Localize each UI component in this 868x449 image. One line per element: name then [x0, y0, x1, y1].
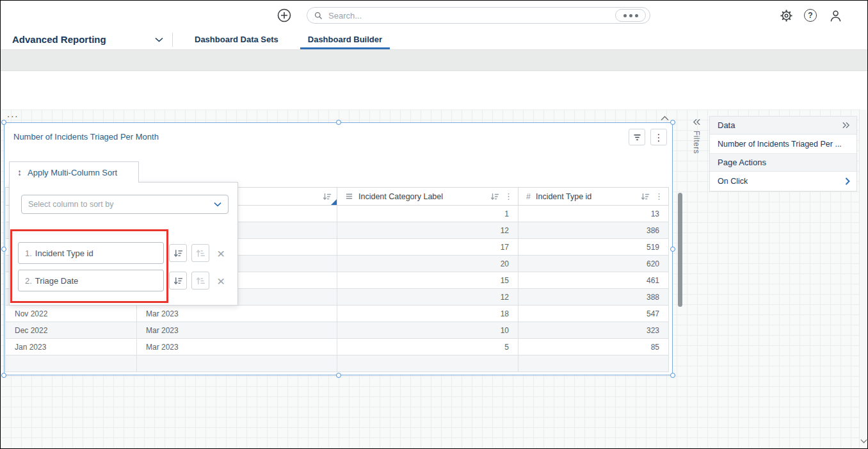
filter-lines-icon	[632, 133, 642, 142]
resize-handle[interactable]	[1, 373, 6, 378]
table-row	[6, 355, 669, 372]
tab-dashboard-data-sets[interactable]: Dashboard Data Sets	[187, 29, 286, 49]
right-sidebar-panel: Data Number of Incidents Triaged Per ...…	[709, 116, 857, 192]
cell-month	[6, 355, 137, 372]
resize-handle[interactable]	[670, 373, 675, 378]
plus-circle-icon	[277, 8, 292, 23]
on-click-item[interactable]: On Click	[710, 172, 856, 191]
resize-handle[interactable]	[1, 120, 6, 125]
cell-type-id: 386	[518, 222, 669, 239]
sort-entry-field[interactable]: 2. Triage Date	[18, 270, 164, 291]
window-scrollbar[interactable]	[859, 110, 867, 448]
resize-handle[interactable]	[336, 120, 341, 125]
column-label: Incident Category Label	[358, 192, 443, 201]
scroll-down-arrow[interactable]	[860, 434, 867, 446]
widget-title: Number of Incidents Triaged Per Month	[13, 132, 159, 142]
cell-category: 12	[337, 222, 518, 239]
resize-handle[interactable]	[336, 373, 341, 378]
add-new-button[interactable]	[277, 8, 292, 23]
dot-icon	[635, 14, 638, 17]
chevron-down-icon	[860, 439, 867, 443]
resize-handle[interactable]	[670, 120, 675, 125]
user-menu-button[interactable]	[828, 8, 843, 23]
sort-entry-field[interactable]: 1. Incident Type id	[18, 242, 164, 264]
data-item-number-of-incidents[interactable]: Number of Incidents Triaged Per ...	[710, 135, 856, 154]
cell-category: 20	[337, 256, 518, 272]
cell-type-id: 519	[518, 239, 669, 256]
data-item-label: Number of Incidents Triaged Per ...	[718, 140, 842, 149]
tab-dashboard-builder[interactable]: Dashboard Builder	[300, 29, 390, 49]
sort-descending-button[interactable]	[191, 244, 209, 262]
cell-category: 10	[337, 322, 518, 339]
sort-tab-title: Apply Multi-Column Sort	[28, 168, 117, 177]
cell-month: Jan 2023	[6, 339, 137, 355]
chevron-down-icon	[155, 37, 163, 42]
column-header-incident-category-label[interactable]: Incident Category Label ⋮	[337, 188, 518, 206]
column-label: Incident Type id	[536, 192, 591, 201]
search-input[interactable]	[328, 11, 615, 20]
more-options-pill[interactable]	[615, 9, 646, 22]
cell-category: 1	[337, 206, 518, 222]
table-row: Nov 2022Mar 202318547	[6, 306, 669, 322]
filters-label: Filters	[692, 131, 701, 154]
sort-entry-row: 1. Incident Type id ×	[18, 242, 225, 264]
remove-sort-button[interactable]: ×	[217, 247, 225, 260]
chevron-up-icon	[661, 116, 669, 121]
sort-ascending-button[interactable]	[169, 244, 187, 262]
search-bar[interactable]	[307, 7, 650, 24]
cell-type-id: 85	[518, 339, 669, 355]
sort-descending-button[interactable]	[191, 272, 209, 290]
cell-category: 18	[337, 306, 518, 322]
canvas-drag-handle[interactable]: ...	[7, 108, 19, 119]
column-menu-icon[interactable]: ⋮	[655, 192, 663, 201]
column-menu-icon[interactable]: ⋮	[504, 192, 513, 201]
cell-category: 17	[337, 239, 518, 256]
person-icon	[828, 8, 843, 23]
column-resize-indicator[interactable]	[331, 199, 337, 205]
sort-column-select[interactable]: Select column to sort by	[21, 195, 229, 214]
filters-collapse-strip[interactable]: Filters	[692, 118, 701, 154]
dot-icon	[629, 14, 632, 17]
table-row: Jan 2023Mar 2023585	[6, 339, 669, 355]
remove-sort-button[interactable]: ×	[217, 274, 225, 288]
column-header-incident-type-id[interactable]: # Incident Type id ⋮	[518, 188, 669, 206]
widget-menu-button[interactable]: ⋮	[650, 129, 667, 145]
data-header-label: Data	[718, 120, 735, 130]
help-button[interactable]: ?	[803, 8, 818, 23]
sort-icon[interactable]	[323, 192, 332, 201]
search-icon	[314, 11, 323, 20]
apply-multi-column-sort-tab[interactable]: ↕ Apply Multi-Column Sort	[9, 161, 139, 183]
sort-entry-row: 2. Triage Date ×	[18, 270, 225, 291]
cell-category: 15	[337, 272, 518, 289]
sort-select-placeholder: Select column to sort by	[28, 200, 214, 209]
data-section-header[interactable]: Data	[710, 117, 856, 135]
on-click-label: On Click	[718, 177, 748, 186]
product-switcher[interactable]: Advanced Reporting	[1, 29, 172, 49]
canvas-scrollbar-thumb[interactable]	[678, 193, 682, 307]
sort-entry-label: Triage Date	[35, 276, 78, 286]
nav-divider	[172, 33, 173, 47]
sort-entry-order: 1.	[25, 249, 32, 258]
question-glyph: ?	[808, 11, 812, 20]
subheader-band	[1, 50, 867, 71]
topbar: ?	[1, 1, 867, 29]
cell-type-id: 388	[518, 289, 669, 306]
resize-handle[interactable]	[1, 247, 6, 252]
sort-icon[interactable]	[490, 192, 499, 201]
cell-type-id: 461	[518, 272, 669, 289]
cell-valid-from	[137, 355, 337, 372]
settings-button[interactable]	[778, 8, 794, 23]
widget-filter-button[interactable]	[629, 129, 645, 145]
resize-handle[interactable]	[670, 247, 675, 252]
sort-icon[interactable]	[641, 192, 650, 201]
page-actions-section-header[interactable]: Page Actions	[710, 154, 856, 172]
sort-updown-icon: ↕	[17, 167, 22, 177]
chevrons-left-icon	[693, 118, 701, 126]
table-widget[interactable]: Number of Incidents Triaged Per Month ⋮	[4, 122, 673, 375]
sort-descending-icon	[196, 276, 205, 286]
hash-icon: #	[526, 192, 531, 201]
sort-ascending-button[interactable]	[169, 272, 187, 290]
cell-type-id: 547	[518, 306, 669, 322]
chevron-right-icon	[845, 177, 850, 185]
cell-valid-from: Mar 2023	[137, 306, 337, 322]
